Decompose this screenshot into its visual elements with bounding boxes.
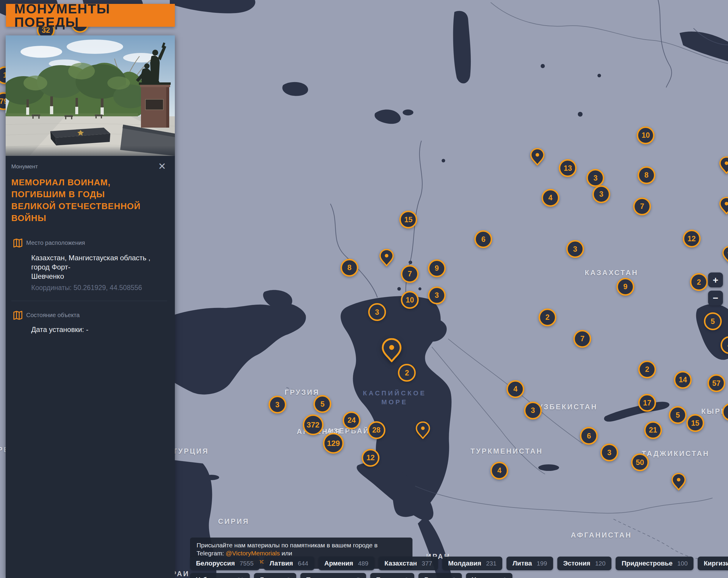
location-pin[interactable] [719, 197, 728, 214]
cluster-marker[interactable]: 4 [506, 380, 524, 398]
cluster-marker[interactable]: 10 [401, 291, 419, 309]
cluster-marker[interactable]: 57 [707, 374, 725, 392]
cluster-marker[interactable]: 3 [268, 396, 286, 413]
cluster-marker[interactable]: 6 [580, 427, 598, 445]
country-chip-count: 199 [537, 560, 547, 567]
install-date: Дата установки: - [31, 325, 167, 334]
cluster-marker[interactable]: 5 [313, 395, 331, 413]
cluster-marker[interactable]: 3 [524, 402, 542, 420]
cluster-marker[interactable]: 4 [542, 189, 560, 207]
cluster-marker[interactable]: 4 [490, 462, 508, 480]
telegram-link[interactable]: @VictoryMemorials [226, 550, 280, 557]
country-chip-count: 5 [357, 576, 360, 578]
zoom-out-button[interactable]: − [708, 291, 723, 305]
notice-text-2: или [280, 550, 292, 557]
location-pin[interactable] [672, 473, 686, 491]
country-chip-name: Россия [424, 576, 447, 578]
country-chip[interactable]: Грузия8 [254, 573, 296, 578]
cluster-count: 3 [375, 308, 379, 317]
cluster-marker[interactable]: 28 [368, 421, 385, 439]
map-icon [12, 310, 23, 321]
cluster-count: 3 [573, 245, 577, 253]
monument-title-line2: ВЕЛИКОЙ ОТЕЧЕСТВЕННОЙ ВОЙНЫ [11, 200, 167, 224]
cluster-marker[interactable]: 7 [401, 265, 419, 283]
country-chip[interactable]: Армения489 [318, 557, 374, 570]
location-pin[interactable] [719, 156, 728, 174]
cluster-marker[interactable]: 21 [644, 421, 662, 439]
cluster-count: 2 [545, 313, 550, 322]
cluster-marker[interactable]: 2 [398, 364, 416, 382]
country-chip[interactable]: Приднестровье100 [616, 557, 694, 570]
cluster-count: 6 [587, 432, 591, 440]
cluster-marker[interactable]: 15 [399, 210, 417, 228]
cluster-marker[interactable]: 17 [638, 394, 656, 412]
country-chip-name: Грузия [260, 576, 282, 578]
country-chip[interactable]: Европа0 [370, 573, 414, 578]
monument-photo[interactable] [6, 35, 175, 156]
cluster-marker[interactable]: 10 [637, 126, 654, 144]
country-chip[interactable]: Узбекистан31 [190, 573, 250, 578]
cluster-marker[interactable]: 9 [617, 278, 634, 296]
cluster-count: 9 [435, 264, 439, 273]
cluster-marker[interactable]: 50 [631, 453, 649, 471]
cluster-marker[interactable]: 2 [690, 273, 708, 291]
cluster-marker[interactable]: 129 [323, 433, 344, 454]
cluster-count: 129 [327, 439, 340, 448]
cluster-marker[interactable]: 8 [340, 259, 358, 277]
cluster-marker[interactable]: 8 [638, 166, 655, 184]
cluster-marker[interactable]: 2 [638, 360, 656, 378]
country-chip-name: Эстония [563, 559, 590, 567]
zoom-in-button[interactable]: + [708, 273, 723, 287]
country-chip[interactable]: Белоруссия7555 [190, 557, 260, 570]
cluster-marker[interactable]: 3 [368, 303, 386, 321]
country-chip-count: 644 [298, 560, 308, 567]
location-pin[interactable] [416, 422, 430, 439]
cluster-marker[interactable]: 3 [566, 240, 584, 258]
cluster-count: 15 [404, 216, 413, 224]
cluster-marker[interactable]: 12 [683, 230, 701, 248]
country-chip[interactable]: Киргизия92 [698, 557, 728, 570]
cluster-marker[interactable]: 7 [573, 330, 591, 348]
country-chip[interactable]: Молдавия231 [442, 557, 502, 570]
country-chip-count: 7555 [240, 560, 254, 567]
cluster-marker[interactable]: 7 [633, 198, 651, 216]
map-zoom-controls: + − [708, 273, 723, 305]
cluster-marker[interactable]: 4 [721, 336, 728, 354]
cluster-marker[interactable]: 3 [428, 286, 446, 304]
location-pin[interactable] [530, 148, 545, 166]
country-chip-count: 120 [595, 560, 605, 567]
location-pin[interactable] [380, 249, 394, 266]
cluster-marker[interactable]: 3 [600, 444, 618, 461]
cluster-marker[interactable]: 13 [559, 159, 577, 177]
cluster-marker[interactable]: 5 [704, 312, 722, 330]
country-chip[interactable]: Россия0 [418, 573, 462, 578]
country-chip-name: Украина [472, 576, 498, 578]
cluster-marker[interactable]: 3 [587, 169, 604, 187]
cluster-marker[interactable]: 24 [343, 411, 360, 429]
country-chip-name: Литва [512, 559, 532, 567]
country-chip[interactable]: Казахстан377 [379, 557, 438, 570]
cluster-marker[interactable]: 372 [303, 414, 323, 435]
country-chip-name: Молдавия [448, 559, 481, 567]
cluster-marker[interactable]: 14 [674, 371, 692, 389]
close-icon[interactable]: ✕ [157, 161, 167, 171]
cluster-count: 372 [307, 420, 319, 430]
legend-row-1: Белоруссия7555Латвия644Армения489Казахст… [190, 557, 728, 570]
country-chip[interactable]: Украина0 [466, 573, 512, 578]
country-chip[interactable]: Литва199 [506, 557, 553, 570]
app-header: МОНУМЕНТЫ ПОБЕДЫ [6, 4, 175, 27]
cluster-count: 9 [623, 282, 627, 291]
cluster-marker[interactable]: 3 [592, 185, 610, 203]
country-chip[interactable]: Эстония120 [557, 557, 612, 570]
cluster-marker[interactable]: 6 [474, 230, 492, 248]
cluster-marker[interactable]: 5 [669, 406, 687, 424]
location-pin[interactable] [722, 246, 728, 263]
cluster-marker[interactable]: 15 [686, 414, 704, 432]
cluster-marker[interactable]: 9 [722, 403, 728, 421]
country-chip[interactable]: Латвия644 [264, 557, 314, 570]
country-chip[interactable]: Туркменистан5 [301, 573, 366, 578]
cluster-marker[interactable]: 9 [428, 259, 446, 277]
cluster-marker[interactable]: 12 [362, 449, 380, 467]
cluster-marker[interactable]: 2 [539, 308, 556, 326]
selected-location-pin[interactable] [382, 338, 401, 362]
